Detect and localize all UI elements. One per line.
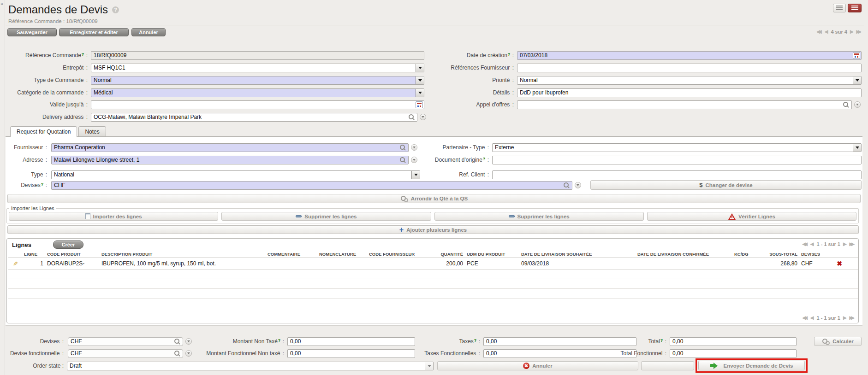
pencil-icon[interactable] — [13, 260, 18, 267]
list-view-button[interactable] — [833, 4, 846, 12]
order-state-select[interactable]: Draft — [67, 362, 434, 370]
delivery-address-field[interactable]: OCG-Malawi, Malawi Blantyre Imperial Par… — [91, 113, 417, 122]
create-line-button[interactable]: Créer — [53, 240, 83, 249]
search-icon[interactable] — [843, 102, 849, 108]
lines-pagination-last-icon[interactable]: ▶▶ — [850, 242, 855, 246]
lines-pagination-last-icon[interactable]: ▶▶ — [850, 316, 855, 320]
send-rfq-button[interactable]: Envoyer Demande de Devis — [698, 361, 805, 370]
chevron-down-icon[interactable] — [853, 144, 861, 152]
search-icon[interactable] — [400, 145, 406, 151]
order-category-select[interactable]: Médical — [91, 88, 424, 97]
field-label: Références Fournisseur : — [434, 64, 514, 71]
calculate-button[interactable]: Calculer — [814, 337, 862, 346]
search-icon[interactable] — [409, 114, 415, 120]
search-icon[interactable] — [174, 339, 180, 345]
table-row[interactable]: 1 DORAIBUP2S- IBUPROFEN, 100 mg/5 ml, sy… — [8, 258, 858, 270]
import-lines-button[interactable]: Importer des lignes — [9, 212, 218, 221]
summary-currency-field[interactable]: CHF — [68, 337, 183, 346]
supplier-reference-field[interactable] — [517, 64, 862, 72]
cancel-icon — [523, 363, 529, 369]
change-currency-button[interactable]: Changer de devise — [590, 180, 862, 190]
order-type-select[interactable]: Normal — [91, 76, 424, 85]
order-reference-field[interactable]: 18/RfQ00009 — [91, 51, 424, 60]
delete-line-icon[interactable] — [837, 260, 842, 267]
dropdown-circle-icon[interactable] — [411, 157, 417, 163]
chevron-down-icon[interactable] — [425, 362, 433, 370]
dropdown-circle-icon[interactable] — [854, 101, 861, 108]
functional-total-field[interactable]: 0,00 — [670, 349, 797, 358]
priority-select[interactable]: Normal — [517, 76, 862, 85]
valid-until-date-field[interactable] — [91, 100, 424, 109]
chevron-down-icon[interactable] — [416, 64, 424, 72]
pagination-prev-icon[interactable]: ◀ — [825, 29, 828, 34]
product-code-cell: DORAIBUP2S- — [45, 258, 100, 270]
pagination-next-icon[interactable]: ▶ — [850, 29, 854, 34]
warehouse-select[interactable]: MSF HQ1C1 — [91, 64, 424, 72]
column-header: LIGNE — [22, 251, 45, 258]
document-icon — [85, 213, 90, 219]
currency-field[interactable]: CHF — [51, 181, 572, 190]
delete-lines-button[interactable]: Supprimer les lignes — [221, 212, 431, 221]
lines-pagination-first-icon[interactable]: ◀◀ — [802, 242, 807, 246]
dropdown-circle-icon[interactable] — [575, 182, 581, 188]
total-field[interactable]: 0,00 — [670, 337, 797, 346]
tender-field[interactable] — [517, 100, 852, 109]
details-field[interactable]: DdD pour Ibuprofen — [517, 88, 862, 97]
supplier-field[interactable]: Pharma Cooperation — [51, 143, 409, 152]
calendar-icon[interactable] — [853, 52, 860, 59]
cancel-workflow-button[interactable]: Annuler — [437, 361, 638, 370]
lines-pagination-next-icon[interactable]: ▶ — [843, 242, 847, 246]
uom-cell: PCE — [465, 258, 519, 270]
add-multiple-lines-button[interactable]: Ajouter plusieurs lignes — [7, 225, 859, 234]
delete-lines-button-2[interactable]: Supprimer les lignes — [434, 212, 644, 221]
lines-pagination-next-icon[interactable]: ▶ — [843, 316, 847, 320]
lines-pagination-prev-icon[interactable]: ◀ — [810, 316, 814, 320]
dropdown-circle-icon[interactable] — [411, 144, 417, 151]
column-header: QUANTITÉ — [436, 251, 465, 258]
dropdown-circle-icon[interactable] — [420, 114, 426, 120]
origin-document-field[interactable] — [492, 156, 862, 164]
tab-notes[interactable]: Notes — [78, 126, 106, 136]
search-icon[interactable] — [564, 182, 570, 188]
comment-cell — [266, 258, 317, 270]
functional-currency-field[interactable]: CHF — [68, 349, 183, 358]
search-icon[interactable] — [400, 157, 406, 163]
chevron-down-icon[interactable] — [411, 171, 420, 179]
kcdg-cell — [732, 258, 755, 270]
field-label: Priorité : — [434, 77, 514, 83]
chevron-down-icon[interactable] — [416, 89, 424, 97]
sidebar-expand-icon[interactable]: » — [0, 1, 3, 6]
chevron-down-icon[interactable] — [416, 76, 424, 84]
chevron-down-icon[interactable] — [853, 76, 861, 84]
minus-icon — [509, 215, 515, 217]
lines-pagination-first-icon[interactable]: ◀◀ — [802, 316, 807, 320]
pagination-first-icon[interactable]: ◀◀ — [816, 29, 821, 34]
creation-date-field[interactable]: 07/03/2018 — [517, 51, 862, 60]
empty-workflow-button[interactable] — [641, 361, 694, 370]
lines-pagination-prev-icon[interactable]: ◀ — [810, 242, 814, 246]
customer-ref-field[interactable] — [492, 170, 862, 179]
round-qty-button[interactable]: Arrondir la Qté à la QS — [7, 194, 861, 203]
field-label: Entrepôt : — [6, 64, 88, 71]
cancel-button[interactable]: Annuler — [131, 28, 166, 36]
calendar-icon[interactable] — [416, 101, 423, 108]
address-type-select[interactable]: National — [51, 170, 420, 179]
form-icon — [851, 6, 858, 11]
save-edit-button[interactable]: Enregistrer et éditer — [59, 28, 129, 36]
form-view-button[interactable] — [848, 4, 862, 12]
check-lines-button[interactable]: Vérifier Lignes — [647, 212, 856, 221]
partner-type-select[interactable]: Externe — [492, 143, 862, 152]
field-label: Détails : — [434, 89, 514, 96]
search-icon[interactable] — [174, 351, 180, 357]
pagination-last-icon[interactable]: ▶▶ — [856, 29, 862, 34]
rfq-form-page: » Demandes de Devis ? Référence Commande… — [0, 0, 868, 375]
import-lines-section: Importer les Lignes Importer des lignes … — [6, 205, 859, 223]
address-field[interactable]: Malawi Lilongwe Lilongwe street, 1 — [51, 156, 409, 164]
requested-date-cell: 09/03/2018 — [519, 258, 636, 270]
plus-icon — [399, 227, 404, 233]
tab-request-for-quotation[interactable]: Request for Quotation — [10, 126, 77, 136]
field-label: Total? : — [567, 338, 666, 345]
title-help-icon[interactable]: ? — [112, 6, 119, 13]
save-button[interactable]: Sauvegarder — [7, 28, 57, 36]
column-header: CODE FOURNISSEUR — [367, 251, 436, 258]
